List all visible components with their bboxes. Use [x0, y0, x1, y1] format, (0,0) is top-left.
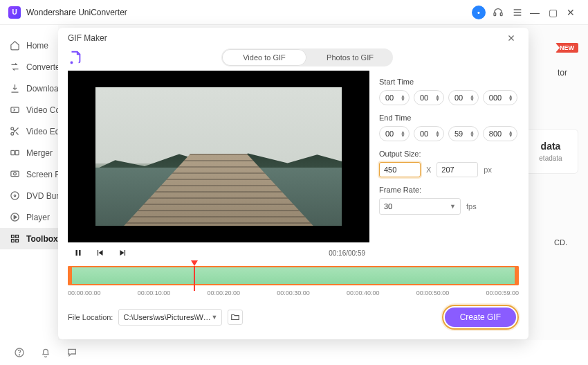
tab-label: Photos to GIF	[327, 53, 374, 62]
merger-icon	[10, 148, 20, 158]
sidebar-item-converter[interactable]: Converter	[0, 56, 58, 78]
sidebar-item-downloader[interactable]: Downloader	[0, 78, 58, 99]
tick-label: 00:00:40:00	[347, 290, 380, 296]
output-height-input[interactable]	[437, 162, 478, 177]
sidebar-item-video-editor[interactable]: Video Editor	[0, 121, 58, 142]
bg-text-tor: tor	[558, 68, 567, 78]
playback-time: 00:16/00:59	[329, 249, 365, 257]
start-min-spinner[interactable]: ▲▼	[414, 90, 444, 105]
chevron-down-icon: ▼	[450, 203, 456, 210]
size-separator: X	[426, 166, 431, 174]
app-title: Wondershare UniConverter	[26, 8, 127, 17]
open-folder-button[interactable]	[228, 310, 243, 325]
end-hour-spinner[interactable]: ▲▼	[379, 126, 410, 141]
svg-rect-5	[11, 150, 15, 154]
tab-label: Video to GIF	[243, 53, 286, 62]
start-hour-spinner[interactable]: ▲▼	[379, 90, 410, 105]
frame-rate-unit: fps	[466, 202, 477, 211]
help-icon[interactable]	[12, 346, 26, 359]
next-frame-button[interactable]	[116, 247, 129, 259]
end-time-label: End Time	[379, 114, 519, 122]
modal-title: GIF Maker	[68, 33, 107, 43]
end-min-input[interactable]	[420, 130, 435, 138]
bg-card-title: data	[528, 141, 573, 152]
modal-header: GIF Maker	[58, 28, 529, 48]
converter-icon	[10, 62, 20, 72]
feedback-icon[interactable]	[65, 346, 79, 359]
start-hour-input[interactable]	[385, 94, 401, 102]
skip-forward-icon	[118, 248, 127, 258]
tick-label: 00:00:00:00	[68, 290, 101, 296]
sidebar-item-toolbox[interactable]: Toolbox	[0, 228, 58, 249]
timeline-ticks: 00:00:00:00 00:00:10:00 00:00:20:00 00:0…	[68, 290, 519, 296]
file-location-path: C:\Users\ws\Pictures\Wonders	[123, 313, 211, 321]
headset-icon[interactable]	[490, 4, 506, 21]
sidebar-item-home[interactable]: Home	[0, 35, 58, 56]
screen-record-icon	[10, 169, 20, 179]
file-location-select[interactable]: C:\Users\ws\Pictures\Wonders ▼	[118, 309, 222, 326]
window-close[interactable]: ✕	[562, 7, 580, 18]
folder-icon	[230, 312, 240, 322]
svg-rect-15	[16, 240, 19, 242]
start-ms-spinner[interactable]: ▲▼	[483, 90, 517, 105]
trim-handle-end[interactable]	[515, 266, 519, 285]
svg-point-10	[14, 195, 16, 197]
sidebar-item-label: Player	[26, 213, 50, 222]
end-min-spinner[interactable]: ▲▼	[414, 126, 444, 141]
tab-photos-to-gif[interactable]: Photos to GIF	[307, 48, 393, 66]
sidebar-item-video-compressor[interactable]: Video Compressor	[0, 99, 58, 121]
sidebar-item-dvd-burner[interactable]: DVD Burner	[0, 185, 58, 206]
svg-rect-0	[494, 12, 496, 15]
modal-close-button[interactable]	[504, 30, 519, 46]
bottom-bar	[0, 340, 588, 365]
frame-rate-label: Frame Rate:	[379, 186, 519, 194]
sidebar-item-label: Converter	[26, 62, 58, 72]
frame-rate-select[interactable]: 30 ▼	[379, 198, 461, 215]
create-gif-button[interactable]: Create GIF	[445, 308, 516, 327]
sidebar-item-label: Home	[26, 41, 48, 51]
titlebar: U Wondershare UniConverter • — ▢ ✕	[0, 0, 588, 25]
svg-point-17	[19, 355, 19, 355]
tick-label: 00:00:30:00	[277, 290, 310, 296]
video-preview[interactable]	[68, 71, 369, 242]
end-hour-input[interactable]	[385, 130, 401, 138]
video-thumbnail	[95, 87, 342, 226]
sidebar-item-player[interactable]: Player	[0, 206, 58, 228]
account-avatar[interactable]: •	[470, 4, 487, 21]
add-media-button[interactable]	[68, 50, 83, 65]
svg-rect-18	[76, 250, 77, 256]
file-location-label: File Location:	[68, 313, 113, 321]
disc-icon	[10, 190, 20, 201]
svg-rect-14	[12, 240, 15, 242]
start-sec-input[interactable]	[454, 94, 470, 102]
window-minimize[interactable]: —	[526, 7, 544, 18]
sidebar-item-screen-recorder[interactable]: Screen Recorder	[0, 163, 58, 185]
end-ms-spinner[interactable]: ▲▼	[483, 126, 517, 141]
trim-timeline[interactable]	[68, 266, 519, 285]
compress-icon	[10, 105, 20, 115]
settings-panel: Start Time ▲▼ ▲▼ ▲▼ ▲▼ End Time ▲▼ ▲▼ ▲▼…	[379, 71, 519, 266]
tab-video-to-gif[interactable]: Video to GIF	[222, 49, 306, 66]
pause-button[interactable]	[72, 247, 84, 259]
sidebar-item-label: Merger	[26, 148, 53, 158]
close-icon	[506, 33, 516, 43]
start-min-input[interactable]	[420, 94, 435, 102]
bg-card-metadata[interactable]: data etadata	[523, 129, 578, 174]
end-sec-spinner[interactable]: ▲▼	[448, 126, 479, 141]
window-maximize[interactable]: ▢	[544, 7, 562, 18]
size-unit: px	[484, 166, 492, 174]
end-ms-input[interactable]	[489, 130, 508, 138]
prev-frame-button[interactable]	[94, 247, 107, 259]
start-ms-input[interactable]	[489, 94, 508, 102]
output-width-input[interactable]	[379, 162, 421, 177]
sidebar-item-merger[interactable]: Merger	[0, 142, 58, 163]
tick-label: 00:00:20:00	[207, 290, 240, 296]
start-sec-spinner[interactable]: ▲▼	[448, 90, 479, 105]
gif-maker-modal: GIF Maker Video to GIF Photos to GIF	[58, 28, 529, 339]
playhead[interactable]	[191, 260, 198, 266]
end-sec-input[interactable]	[454, 130, 470, 138]
bell-icon[interactable]	[39, 346, 53, 359]
svg-rect-7	[11, 171, 19, 177]
trim-handle-start[interactable]	[68, 266, 72, 285]
menu-icon[interactable]	[509, 4, 526, 21]
